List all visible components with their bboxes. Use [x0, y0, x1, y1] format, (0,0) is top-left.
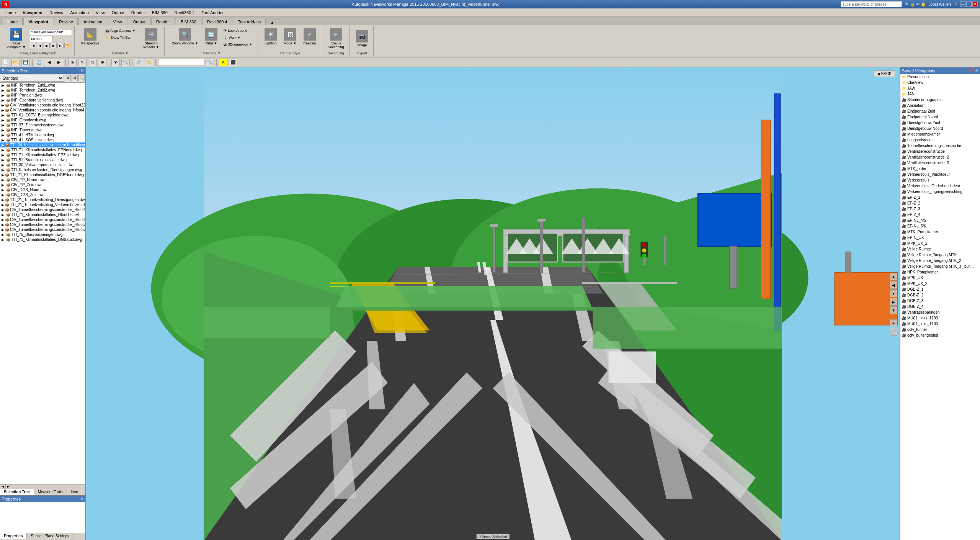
nav-down-btn[interactable]: ▼: [890, 306, 897, 314]
tb-back[interactable]: ◀: [45, 59, 53, 66]
vp-item-clasview[interactable]: 📁ClasView: [900, 80, 980, 85]
vp-item-vluchtdeur[interactable]: 🎥Verkeersbuis_Vluchtdeur: [900, 172, 980, 177]
vp-item-mpkux[interactable]: 🎥MPK_UX: [900, 275, 980, 281]
vp-item-animation[interactable]: 🎥Animation: [900, 103, 980, 108]
tb-hide[interactable]: 👁: [111, 59, 120, 66]
ribbon-expand-btn[interactable]: ▲: [268, 20, 276, 25]
tab-bim360[interactable]: BIM 360: [176, 18, 201, 25]
vp-item-jan[interactable]: 📁JAN: [900, 91, 980, 97]
vp-item-cctvbuiten[interactable]: 🎥cctv_buitengebied: [900, 332, 980, 338]
lighting-btn[interactable]: ☀ Lighting: [262, 27, 279, 47]
vp-item-ingangsverlichting[interactable]: 🎥Verkeersbuis_Ingangsverlichting: [900, 189, 980, 195]
tree-item-21[interactable]: ▶📦CIV_DGB_Noord.nwc: [0, 187, 85, 192]
mode-btn[interactable]: 🖼 Mode ▼: [281, 27, 299, 47]
playback-btn3[interactable]: ⏹: [44, 43, 50, 48]
tb-open[interactable]: 📂: [11, 59, 20, 66]
vp-item-dienstgebouwzuid[interactable]: 🎥Dienstgebouw Zuid: [900, 120, 980, 126]
tree-item-19[interactable]: ▶📦CIV_EP_Noord.nwc: [0, 177, 85, 182]
walk-btn[interactable]: 🚶 Walk ▼: [222, 34, 254, 41]
tree-item-6[interactable]: ▶📦TTI_61_CCTV_Buitengebied.dwg: [0, 113, 85, 118]
vp-item-onderhoudsdeur[interactable]: 🎥Verkeersbuis_Onderhoudsdeur: [900, 183, 980, 189]
tree-standard-dropdown[interactable]: Standard Compact: [1, 75, 64, 82]
tree-expand-all[interactable]: ⊞: [65, 75, 71, 81]
zoom-window-btn[interactable]: 🔍 Zoom Window ▼: [169, 27, 201, 47]
vp-item-epz2[interactable]: 🎥EP-Z_2: [900, 200, 980, 206]
tab-tooladdins[interactable]: Tool Add-ins: [233, 18, 266, 25]
tree-item-20[interactable]: ▶📦CIV_EP_Zuid.nwc: [0, 182, 85, 187]
tb-select3[interactable]: □: [88, 59, 96, 66]
enable-sectioning-btn[interactable]: ✂ EnableSectioning: [325, 27, 347, 51]
tb-unhide[interactable]: 🔍: [121, 59, 130, 66]
tab-selection-tree[interactable]: Selection Tree: [0, 489, 34, 495]
tab-measure-tools[interactable]: Measure Tools: [34, 489, 67, 495]
vp-item-ventilatie2[interactable]: 🎥Ventilatiereconstructie_2: [900, 154, 980, 160]
vp-item-ventilatiesparingen[interactable]: 🎥Ventilatiesparingen: [900, 309, 980, 315]
playback-btn1[interactable]: |◀: [30, 43, 36, 48]
nav-left-btn[interactable]: ◀: [890, 281, 897, 289]
align-camera-btn[interactable]: 📷 Align Camera ▼: [103, 28, 137, 34]
show-tilt-btn[interactable]: 📏 Show Tilt Bar: [103, 34, 137, 41]
tab-section-plane-settings[interactable]: Section Plane Settings: [27, 533, 74, 539]
tb-color[interactable]: A: [219, 59, 227, 66]
vp-item-dgbz2[interactable]: 🎥DGB-Z_2: [900, 292, 980, 298]
vp-item-veliruimte[interactable]: 🎥Velige Ruimte: [900, 246, 980, 252]
tree-item-22[interactable]: ▶📦CIV_DGB_Zuid.nwc: [0, 192, 85, 197]
vp-item-mtkpompkamer[interactable]: 🎥MTK_Pompkamer: [900, 229, 980, 235]
tab-viewpoint[interactable]: Viewpoint: [23, 18, 53, 25]
orbit-btn[interactable]: 🔄 Orbit ▼: [203, 27, 220, 47]
tb-save[interactable]: 💾: [21, 59, 30, 66]
vp-item-dgbz3[interactable]: 🎥DGB-Z_3: [900, 298, 980, 304]
tree-item-18[interactable]: ▶📦TTI_71_Klimaatinstallaties_DGBNoord.dw…: [0, 172, 85, 177]
menu-view[interactable]: View: [93, 10, 108, 16]
tree-item-25[interactable]: ▶📦CIV_Tunnelbeschermingsconstructie_Hfoo…: [0, 207, 85, 212]
vp-item-mpkux2[interactable]: 🎥MPK_UX_2: [900, 241, 980, 246]
3dconnexion-btn[interactable]: 🕹 3Dconnexion ▼: [222, 41, 254, 47]
tb-measure[interactable]: 📏: [145, 59, 153, 66]
search-field[interactable]: [158, 59, 204, 66]
tree-collapse-all[interactable]: ⊟: [72, 75, 78, 81]
tree-item-0[interactable]: ▶📦INF_Terreinen_Zuid1.dwg: [0, 83, 85, 88]
vp-item-langsodsredes[interactable]: 🎥Langsodsredes: [900, 137, 980, 143]
tree-item-27[interactable]: ▶📦CIV_Tunnelbeschermingsconstructie_Hfoo…: [0, 217, 85, 222]
nav-right-btn[interactable]: ▶: [890, 298, 897, 306]
back-button[interactable]: ◀ BACK: [874, 70, 895, 77]
tree-item-15[interactable]: ▶📦TTI_51_Brandblusinstallatie.dwg: [0, 157, 85, 162]
vp-item-hpkpompkamer[interactable]: 🎥HPK_Pompkamer: [900, 269, 980, 275]
steering-wheels-btn[interactable]: 🎡 SteeringWheels ▼: [140, 27, 162, 51]
vp-close-btn[interactable]: ✕: [975, 68, 978, 73]
selection-tree-header[interactable]: Selection Tree ✕: [0, 67, 85, 74]
vp-item-ventilatie3[interactable]: 🎥Ventilatiereconstructie_3: [900, 160, 980, 166]
tree-item-12[interactable]: ▶📦TTI_24_Indicatie vluchtwegen en brandb…: [0, 142, 85, 147]
tree-item-4[interactable]: ▶📦CIV_Ventilatoren constructie ingang_Ho…: [0, 103, 85, 108]
playback-btn5[interactable]: ▶|: [57, 43, 64, 48]
tb-refresh[interactable]: 🔄: [35, 59, 43, 66]
save-viewpoint-btn[interactable]: 💾 SaveViewpoint ▼: [4, 27, 28, 51]
vp-item-epnl56[interactable]: 🎥EP-NL_5/6: [900, 223, 980, 229]
vp-item-mu01links2[interactable]: 🎥MU01_links_1100: [900, 321, 980, 327]
menu-revit360[interactable]: Revit360 4: [172, 10, 198, 16]
menu-review[interactable]: Review: [46, 10, 66, 16]
vp-item-jaw[interactable]: 📁JAW: [900, 85, 980, 91]
tree-item-2[interactable]: ▶📦INF_Portalen.dwg: [0, 93, 85, 98]
nav-zoom-out[interactable]: −: [890, 328, 897, 335]
vp-item-tunnelbescherm[interactable]: 🎥Tunnelbeschermingsconstructie: [900, 143, 980, 149]
tab-animation[interactable]: Animation: [78, 18, 107, 25]
vp-item-dgbz4[interactable]: 🎥DGB-Z_4: [900, 304, 980, 309]
viewport[interactable]: ◀ BACK ▲ ◀ ● ▶ ▼ + − 0 Items Selected: [86, 67, 900, 540]
menu-bim360[interactable]: BIM 360: [149, 10, 171, 16]
vp-item-veliruimtemtk3[interactable]: 🎥Velige Ruimte_Toegang MTK_3 _buit...: [900, 263, 980, 269]
playback-btn6[interactable]: 🔁: [64, 43, 70, 48]
tree-item-17[interactable]: ▶📦TTI_Kabels en kasten_Dienstgangen.dwg: [0, 167, 85, 172]
playback-btn4[interactable]: ▶: [51, 43, 57, 48]
look-around-btn[interactable]: 👁 Look Around: [222, 28, 254, 34]
vp-item-mtkorder[interactable]: 🎥MTK_order: [900, 166, 980, 172]
tree-item-7[interactable]: ▶📦INF_Grondwerk.dwg: [0, 118, 85, 123]
minimize-btn[interactable]: —: [960, 2, 965, 7]
tree-item-1[interactable]: ▶📦INF_Terreinen_Zuid2.dwg: [0, 88, 85, 93]
tree-item-10[interactable]: ▶📦TTI_41_HTM lussen.dwg: [0, 133, 85, 137]
vp-item-middenpompkamer[interactable]: 🎥Middenpompkamer: [900, 131, 980, 137]
playback-btn2[interactable]: ◀: [37, 43, 43, 48]
vp-item-ventilatie1[interactable]: 🎥Ventilatiereconstructie: [900, 149, 980, 154]
selection-tree-close[interactable]: ✕: [80, 68, 84, 73]
tree-item-5[interactable]: ▶📦CIV_Ventilatoren constructie ingang_Hf…: [0, 108, 85, 113]
